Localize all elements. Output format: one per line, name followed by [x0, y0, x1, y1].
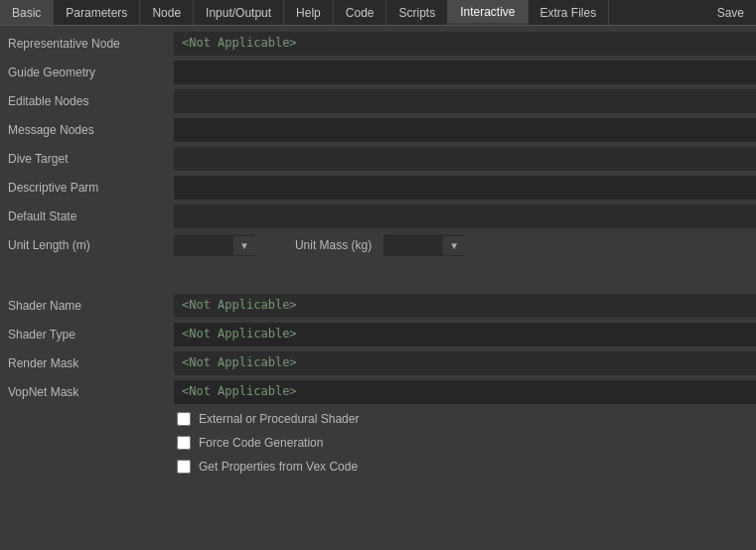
unit-length-input[interactable]: 1 — [174, 234, 233, 256]
unit-input-group: 1 ▼ Unit Mass (kg) 1 ▼ — [174, 234, 756, 256]
prop-row-vopnet-mask: VopNet Mask <Not Applicable> — [0, 378, 756, 406]
value-guide-geometry[interactable] — [174, 61, 756, 84]
prop-row-render-mask: Render Mask <Not Applicable> — [0, 349, 756, 377]
label-unit-mass: Unit Mass (kg) — [255, 238, 383, 252]
label-guide-geometry: Guide Geometry — [0, 62, 174, 83]
value-editable-nodes[interactable] — [174, 89, 756, 113]
label-force-code-generation: Force Code Generation — [199, 436, 323, 450]
checkbox-force-code-generation[interactable] — [177, 436, 191, 450]
value-shader-type[interactable]: <Not Applicable> — [174, 323, 756, 346]
unit-row: Unit Length (m) 1 ▼ Unit Mass (kg) 1 ▼ — [0, 231, 756, 259]
tab-scripts[interactable]: Scripts — [386, 0, 448, 25]
value-message-nodes[interactable] — [174, 118, 756, 142]
value-render-mask[interactable]: <Not Applicable> — [174, 351, 756, 375]
main-content: Representative Node <Not Applicable> Gui… — [0, 26, 756, 482]
tab-extra-files[interactable]: Extra Files — [529, 0, 610, 25]
prop-row-descriptive-parm: Descriptive Parm — [0, 174, 756, 202]
value-shader-name[interactable]: <Not Applicable> — [174, 294, 756, 318]
value-representative-node[interactable]: <Not Applicable> — [174, 32, 756, 56]
tab-input-output[interactable]: Input/Output — [194, 0, 284, 25]
prop-row-editable-nodes: Editable Nodes — [0, 87, 756, 115]
prop-row-shader-type: Shader Type <Not Applicable> — [0, 321, 756, 348]
value-default-state[interactable] — [174, 205, 756, 228]
label-dive-target: Dive Target — [0, 148, 174, 170]
unit-mass-spinbox: 1 ▼ — [383, 234, 465, 256]
label-editable-nodes: Editable Nodes — [0, 90, 174, 112]
label-get-properties: Get Properties from Vex Code — [199, 460, 358, 474]
tab-node[interactable]: Node — [140, 0, 194, 25]
label-external-procedural: External or Procedural Shader — [199, 412, 359, 426]
prop-row-representative-node: Representative Node <Not Applicable> — [0, 30, 756, 58]
checkbox-row-get-properties: Get Properties from Vex Code — [177, 455, 756, 479]
label-shader-name: Shader Name — [0, 295, 174, 317]
tab-help[interactable]: Help — [284, 0, 334, 25]
spacer-1 — [0, 260, 756, 276]
prop-row-default-state: Default State — [0, 203, 756, 230]
tab-code[interactable]: Code — [334, 0, 387, 25]
spacer-2 — [0, 276, 756, 292]
checkbox-row-external-procedural: External or Procedural Shader — [177, 407, 756, 431]
label-shader-type: Shader Type — [0, 324, 174, 345]
label-representative-node: Representative Node — [0, 33, 174, 55]
label-message-nodes: Message Nodes — [0, 119, 174, 141]
prop-row-shader-name: Shader Name <Not Applicable> — [0, 292, 756, 320]
tab-basic[interactable]: Basic — [0, 0, 54, 25]
unit-length-spinbox: 1 ▼ — [174, 234, 255, 256]
prop-row-dive-target: Dive Target — [0, 145, 756, 173]
checkbox-get-properties[interactable] — [177, 460, 191, 474]
label-vopnet-mask: VopNet Mask — [0, 381, 174, 403]
prop-row-guide-geometry: Guide Geometry — [0, 59, 756, 86]
prop-row-message-nodes: Message Nodes — [0, 116, 756, 144]
value-dive-target[interactable] — [174, 147, 756, 171]
value-vopnet-mask[interactable]: <Not Applicable> — [174, 380, 756, 404]
tab-bar: Basic Parameters Node Input/Output Help … — [0, 0, 756, 26]
unit-mass-input[interactable]: 1 — [383, 234, 443, 256]
label-unit-length: Unit Length (m) — [0, 234, 174, 256]
checkbox-external-procedural[interactable] — [177, 412, 191, 426]
tab-parameters[interactable]: Parameters — [54, 0, 140, 25]
label-default-state: Default State — [0, 206, 174, 227]
label-render-mask: Render Mask — [0, 352, 174, 374]
tab-save[interactable]: Save — [705, 0, 756, 25]
unit-mass-dropdown[interactable]: ▼ — [443, 236, 465, 255]
value-descriptive-parm[interactable] — [174, 176, 756, 200]
unit-length-dropdown[interactable]: ▼ — [233, 236, 255, 255]
tab-interactive[interactable]: Interactive — [448, 0, 528, 25]
label-descriptive-parm: Descriptive Parm — [0, 177, 174, 199]
checkbox-row-force-code-gen: Force Code Generation — [177, 431, 756, 455]
